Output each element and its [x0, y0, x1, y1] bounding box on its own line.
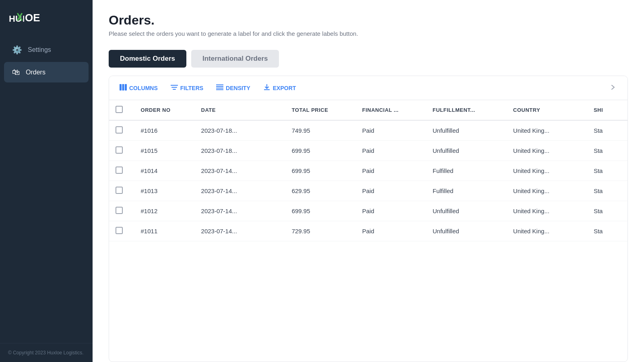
cell-country: United King... [507, 120, 587, 141]
table-row: #1011 2023-07-14... 729.95 Paid Unfulfil… [109, 221, 627, 241]
cell-fulfillment: Fulfilled [426, 161, 507, 181]
table-row: #1012 2023-07-14... 699.95 Paid Unfulfil… [109, 201, 627, 221]
cell-fulfillment: Unfulfilled [426, 120, 507, 141]
logo: HU L OE [0, 0, 93, 35]
cell-total-price: 699.95 [285, 141, 356, 161]
table-row: #1016 2023-07-18... 749.95 Paid Unfulfil… [109, 120, 627, 141]
cell-fulfillment: Fulfilled [426, 181, 507, 201]
cell-financial: Paid [356, 181, 426, 201]
cell-order-no: #1011 [134, 221, 195, 241]
svg-rect-5 [122, 84, 124, 90]
export-button[interactable]: EXPORT [261, 82, 299, 94]
scroll-right-button[interactable] [607, 82, 619, 94]
select-all-checkbox[interactable] [116, 106, 123, 113]
export-label: EXPORT [273, 85, 296, 91]
cell-shi: Sta [587, 161, 627, 181]
cell-date: 2023-07-14... [195, 161, 285, 181]
col-header-financial: FINANCIAL ... [356, 100, 426, 120]
table-header-row: ORDER NO DATE TOTAL PRICE FINANCIAL ... … [109, 100, 627, 120]
table-card: COLUMNS FILTERS [109, 76, 628, 362]
svg-rect-6 [125, 84, 127, 90]
cell-shi: Sta [587, 120, 627, 141]
filters-button[interactable]: FILTERS [168, 82, 206, 94]
col-header-country: COUNTRY [507, 100, 587, 120]
cell-total-price: 749.95 [285, 120, 356, 141]
row-checkbox-cell[interactable] [109, 221, 134, 241]
row-checkbox[interactable] [116, 227, 123, 234]
orders-table: ORDER NO DATE TOTAL PRICE FINANCIAL ... … [109, 100, 627, 241]
row-checkbox-cell[interactable] [109, 141, 134, 161]
row-checkbox[interactable] [116, 207, 123, 214]
logo-icon: HU L [8, 10, 24, 26]
cell-fulfillment: Unfulfilled [426, 141, 507, 161]
cell-total-price: 699.95 [285, 201, 356, 221]
cell-shi: Sta [587, 141, 627, 161]
cell-country: United King... [507, 201, 587, 221]
col-header-total-price: TOTAL PRICE [285, 100, 356, 120]
cell-shi: Sta [587, 221, 627, 241]
cell-total-price: 729.95 [285, 221, 356, 241]
tab-international[interactable]: International Orders [191, 50, 279, 68]
page-subtitle: Please select the orders you want to gen… [109, 30, 628, 37]
svg-text:HU: HU [9, 14, 22, 24]
page-header: Orders. Please select the orders you wan… [93, 0, 644, 45]
svg-rect-4 [120, 84, 122, 90]
cell-country: United King... [507, 181, 587, 201]
svg-text:L: L [23, 14, 24, 24]
cell-shi: Sta [587, 181, 627, 201]
cell-country: United King... [507, 221, 587, 241]
cell-fulfillment: Unfulfilled [426, 201, 507, 221]
cell-date: 2023-07-18... [195, 141, 285, 161]
main-content: Orders. Please select the orders you wan… [93, 0, 644, 362]
row-checkbox[interactable] [116, 187, 123, 194]
export-icon [263, 84, 270, 93]
cell-fulfillment: Unfulfilled [426, 221, 507, 241]
columns-label: COLUMNS [129, 85, 158, 91]
row-checkbox-cell[interactable] [109, 161, 134, 181]
cell-country: United King... [507, 161, 587, 181]
density-label: DENSITY [226, 85, 250, 91]
cell-financial: Paid [356, 161, 426, 181]
columns-button[interactable]: COLUMNS [117, 82, 160, 94]
orders-icon: 🛍 [12, 68, 20, 77]
col-header-shi: SHI [587, 100, 627, 120]
sidebar-item-orders[interactable]: 🛍 Orders [4, 62, 89, 82]
cell-date: 2023-07-18... [195, 120, 285, 141]
cell-date: 2023-07-14... [195, 181, 285, 201]
cell-total-price: 699.95 [285, 161, 356, 181]
cell-order-no: #1015 [134, 141, 195, 161]
cell-total-price: 629.95 [285, 181, 356, 201]
logo-text: OE [25, 12, 40, 24]
sidebar-footer: © Copyright 2023 Huxloe Logistics. [0, 343, 93, 362]
sidebar-item-settings-label: Settings [28, 46, 51, 53]
row-checkbox-cell[interactable] [109, 181, 134, 201]
cell-order-no: #1014 [134, 161, 195, 181]
select-all-header[interactable] [109, 100, 134, 120]
table-row: #1014 2023-07-14... 699.95 Paid Fulfille… [109, 161, 627, 181]
tab-domestic[interactable]: Domestic Orders [109, 50, 186, 68]
filters-label: FILTERS [180, 85, 203, 91]
sidebar: HU L OE ⚙️ Settings 🛍 Orders © Copyright… [0, 0, 93, 362]
density-button[interactable]: DENSITY [214, 82, 253, 94]
row-checkbox-cell[interactable] [109, 201, 134, 221]
cell-financial: Paid [356, 141, 426, 161]
cell-financial: Paid [356, 221, 426, 241]
cell-country: United King... [507, 141, 587, 161]
columns-icon [120, 84, 127, 92]
sidebar-item-orders-label: Orders [26, 69, 45, 76]
page-title: Orders. [109, 13, 628, 28]
table-row: #1013 2023-07-14... 629.95 Paid Fulfille… [109, 181, 627, 201]
table-toolbar: COLUMNS FILTERS [109, 76, 627, 100]
row-checkbox[interactable] [116, 167, 123, 174]
row-checkbox[interactable] [116, 146, 123, 154]
col-header-date: DATE [195, 100, 285, 120]
cell-order-no: #1016 [134, 120, 195, 141]
settings-icon: ⚙️ [12, 45, 22, 55]
sidebar-item-settings[interactable]: ⚙️ Settings [4, 39, 89, 60]
cell-order-no: #1013 [134, 181, 195, 201]
row-checkbox-cell[interactable] [109, 120, 134, 141]
cell-shi: Sta [587, 201, 627, 221]
row-checkbox[interactable] [116, 126, 123, 134]
cell-date: 2023-07-14... [195, 221, 285, 241]
sidebar-nav: ⚙️ Settings 🛍 Orders [0, 35, 93, 343]
